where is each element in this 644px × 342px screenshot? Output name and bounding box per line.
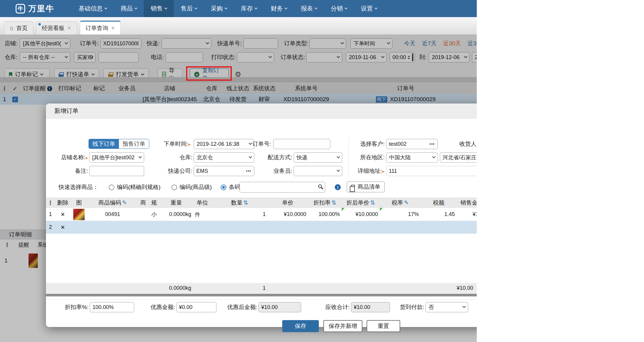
chevron-down-icon [345,7,348,10]
quick-select-label: 快速选择商品： [59,182,98,192]
radio-code-spec[interactable]: 编码(精确到规格) [109,183,161,191]
region-select[interactable]: 中国大陆 [386,152,438,163]
cell-name [138,208,149,221]
product-list-button[interactable]: 商品清单 [347,182,385,192]
sort-icon: ⇅ [243,199,248,206]
col-disc-price-sortable[interactable]: 折后单价⇅ [342,198,380,207]
nav-item-sales[interactable]: 销售 [144,0,174,17]
modal-courier-input[interactable]: EMS ••• [194,166,254,176]
salesman-select[interactable] [294,166,342,176]
cell-disc-price[interactable]: ¥10.0000 [342,208,380,221]
divider [46,299,477,299]
save-button[interactable]: 保存 [282,320,319,332]
save-and-new-button[interactable]: 保存并新增 [323,320,362,332]
radio-code-product[interactable]: 编码(商品级) [171,183,212,191]
row-index: 1 [46,208,55,221]
nav-item-purchase[interactable]: 采购 [204,0,234,17]
chevron-down-icon [337,168,340,172]
col-spec: 规 [149,198,159,207]
cell-code[interactable]: 00491 [87,208,138,221]
radio-icon-selected [221,184,226,190]
close-icon[interactable]: ✕ [67,25,71,31]
cell-amount[interactable]: ¥10.00 [457,208,477,221]
radio-barcode[interactable]: 条码 [221,183,240,191]
product-row-selected[interactable]: 2 ✕ [46,221,477,234]
col-tax: 税额 [421,198,457,207]
more-icon[interactable]: ••• [429,142,435,146]
nav-item-settings[interactable]: 设置 [354,0,384,17]
cell-price[interactable]: ¥10.0000 [268,208,308,221]
modal-order-no-label: 订单号: [235,139,271,149]
col-discount-sortable[interactable]: 折扣率⇅ [308,198,342,207]
more-icon[interactable]: ••• [246,169,251,173]
remark-input[interactable] [89,166,144,176]
top-nav: 牛 万里牛 基础信息 商品 销售 售后 采购 库存 财务 报表 分销 设置 [0,0,477,17]
row-index: 2 [46,221,55,234]
address-label: 详细地址:▸ [353,166,385,176]
address-input[interactable] [386,166,477,176]
cell-qty[interactable]: 1 [212,208,268,221]
sort-icon: ⇅ [331,199,336,206]
tab-order-query[interactable]: 订单查询 ✕ [80,21,121,34]
col-tax-rate: 税率✎ [380,198,421,207]
unread-dot [38,23,41,26]
reset-button[interactable]: 重置 [367,320,400,332]
offline-order-toggle[interactable]: 线下订单 [89,139,119,148]
delete-row-button[interactable]: ✕ [55,221,71,234]
chevron-down-icon [375,7,378,10]
chevron-down-icon [138,155,142,158]
remark-label: 备注: [49,166,88,176]
nav-item-distribution[interactable]: 分销 [324,0,354,17]
delete-row-button[interactable]: ✕ [55,208,71,221]
col-image: 图 [71,198,87,207]
nav-item-report[interactable]: 报表 [294,0,324,17]
presale-order-toggle[interactable]: 预售订单 [119,139,149,148]
modal-warehouse-select[interactable]: 北京仓 [194,152,254,163]
product-row: 1 ✕ 00491 小 0.0000kg 件 1 ¥10.0000 100.00… [46,208,477,221]
region-detail-input[interactable] [440,152,477,163]
col-price: 单价 [268,198,308,207]
order-kind-toggle: 线下订单 预售订单 [89,139,149,149]
discount-rate-label: 折扣率%: [55,302,89,312]
col-name: 商 [138,198,149,207]
cell-spec: 小 [149,208,159,221]
cod-select[interactable]: 否 [425,302,468,312]
chevron-down-icon [104,7,107,10]
cell-discount[interactable]: 100.00% [308,208,342,221]
tab-dashboard[interactable]: 经营看板 ✕ [36,21,77,34]
nav-item-inventory[interactable]: 库存 [234,0,264,17]
modal-warehouse-label: 仓库: [163,152,192,163]
search-icon [318,184,322,188]
chevron-down-icon [135,7,138,10]
nav-item-goods[interactable]: 商品 [114,0,144,17]
tab-home[interactable]: ⌂ 首页 [4,21,33,34]
delivery-select[interactable]: 快递 [294,152,342,163]
info-icon[interactable]: i [335,184,341,190]
cod-label: 货到付款: [397,302,424,312]
product-search-input[interactable] [240,182,325,193]
after-coupon-input [259,302,301,312]
nav-item-basic-info[interactable]: 基础信息 [72,0,114,17]
cell-weight: 0.0000kg [159,208,193,221]
nav-item-aftersale[interactable]: 售后 [174,0,204,17]
horizontal-scrollbar[interactable] [46,294,477,296]
coupon-input[interactable] [176,302,216,312]
modal-order-no-input[interactable] [273,139,330,149]
tab-bar: ⌂ 首页 经营看板 ✕ 订单查询 ✕ [0,17,477,35]
customer-input[interactable]: test002 ••• [386,139,438,149]
total-due-input [351,302,390,312]
close-icon[interactable]: ✕ [111,25,115,31]
col-delete: 删除 [55,198,71,207]
cell-tax-rate[interactable]: 17% [380,208,421,221]
modal-shop-label: 店铺名称:▸ [49,152,88,163]
kebab-icon[interactable]: ⋮ [46,198,55,207]
chevron-down-icon [225,7,228,10]
receiver-label: 收货人:▸ [459,139,477,149]
pencil-icon: ✎ [122,199,127,206]
salesman-label: 业务员: [261,166,292,176]
discount-rate-input[interactable] [90,302,134,312]
modal-shop-select[interactable]: [其他平台]test002 [89,152,144,163]
nav-item-finance[interactable]: 财务 [264,0,294,17]
col-qty-sortable[interactable]: 数量⇅ [212,198,268,207]
chevron-down-icon [462,304,466,308]
